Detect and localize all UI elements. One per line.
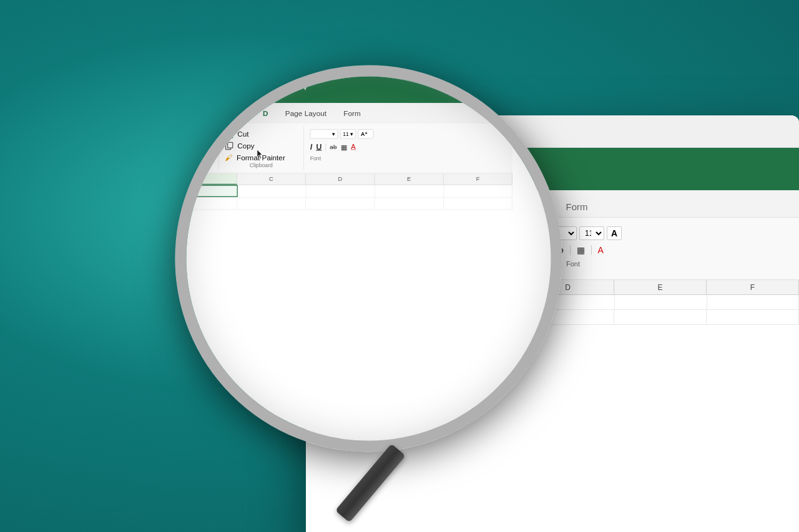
- font-row2: I U ab ▦ A: [521, 244, 625, 256]
- font-color-button[interactable]: A: [596, 244, 606, 256]
- col-header-e[interactable]: E: [614, 280, 707, 294]
- row-num-col-header: [306, 280, 337, 294]
- ribbon-tabs: File Home Insert D Page Layout Form: [306, 190, 799, 218]
- cell-e2[interactable]: [614, 310, 707, 324]
- tab-formulas[interactable]: Form: [554, 196, 599, 217]
- traffic-lights: [318, 127, 355, 136]
- sidebar-toggle[interactable]: ▾: [373, 125, 399, 138]
- font-separator3: [591, 245, 592, 255]
- paste-label: Paste: [373, 263, 391, 271]
- row-num-1: 1: [306, 295, 337, 309]
- tab-home[interactable]: Home: [356, 195, 404, 218]
- doc-title: Book1 - Saved: [410, 162, 492, 177]
- doc-dropdown[interactable]: ▾: [504, 162, 510, 176]
- svg-rect-2: [380, 131, 391, 132]
- svg-point-4: [422, 233, 426, 237]
- svg-rect-9: [424, 243, 431, 250]
- col-header-f[interactable]: F: [707, 280, 799, 294]
- table-row: 1: [306, 295, 799, 310]
- cell-f2[interactable]: [707, 310, 799, 324]
- excel-header: Excel Book1 - Saved ▾: [306, 148, 799, 190]
- scissors-icon: [421, 226, 432, 238]
- row-num-2: 2: [306, 310, 337, 324]
- undo-label: Undo: [329, 254, 345, 262]
- paste-dropdown[interactable]: Paste ▾: [373, 263, 396, 271]
- paste-chevron: ▾: [392, 263, 396, 271]
- clipboard-items: Cut Copy 🖌 Format Painter: [421, 226, 500, 268]
- svg-line-7: [426, 229, 429, 233]
- italic-button[interactable]: I: [521, 244, 528, 256]
- paste-button[interactable]: 📋: [369, 226, 400, 256]
- clipboard-label: Clipboard: [421, 270, 500, 278]
- copy-item[interactable]: Copy: [421, 241, 500, 253]
- excel-window: ▾ ‹ › Excel Book1 - Saved ▾ File Home In…: [306, 115, 799, 532]
- undo-button[interactable]: ↺: [323, 236, 335, 252]
- copy-label: Copy: [437, 242, 458, 252]
- nav-arrows: ‹ ›: [406, 126, 418, 137]
- tab-file[interactable]: File: [318, 195, 356, 218]
- table-row: 2: [306, 310, 799, 325]
- svg-rect-3: [380, 135, 391, 136]
- ribbon-section-paste: 📋 Paste ▾: [359, 221, 411, 276]
- col-header-c[interactable]: C: [429, 280, 522, 294]
- sidebar-icon: [373, 125, 391, 138]
- ribbon-section-undo: ↺ ↻ Undo: [316, 221, 359, 276]
- tab-page-layout[interactable]: Page Layout: [479, 196, 554, 217]
- minimize-button[interactable]: [332, 127, 341, 136]
- underline-button[interactable]: U: [532, 244, 543, 256]
- col-header-d[interactable]: D: [522, 280, 614, 294]
- cell-b1[interactable]: [337, 295, 431, 309]
- forward-arrow[interactable]: ›: [414, 126, 418, 137]
- title-bar: ▾ ‹ ›: [306, 115, 799, 148]
- cell-d1[interactable]: [523, 295, 615, 309]
- copy-icon: [421, 241, 432, 253]
- tab-draw[interactable]: D: [450, 195, 479, 218]
- back-arrow[interactable]: ‹: [406, 126, 409, 137]
- format-painter-icon: 🖌: [421, 256, 431, 268]
- font-separator: [547, 245, 547, 255]
- font-separator2: [570, 245, 571, 255]
- cell-f1[interactable]: [707, 295, 799, 309]
- cell-c2[interactable]: [429, 310, 522, 324]
- svg-rect-1: [380, 127, 391, 128]
- cut-item[interactable]: Cut: [421, 226, 500, 238]
- maximize-button[interactable]: [346, 127, 355, 136]
- title-bar-right: ▾ ‹ ›: [373, 125, 418, 138]
- grid-header: B C D E F: [306, 280, 799, 295]
- cell-b2[interactable]: [337, 310, 429, 324]
- font-row1: 11 A: [521, 226, 625, 240]
- undo-icons: ↺ ↻: [323, 236, 351, 252]
- svg-line-6: [424, 229, 426, 233]
- ribbon-section-font: 11 A I U ab ▦ A Font: [511, 221, 635, 276]
- cell-c1[interactable]: [431, 295, 522, 309]
- strikethrough-button[interactable]: ab: [551, 244, 566, 256]
- border-button[interactable]: ▦: [574, 244, 587, 256]
- font-family-select[interactable]: [521, 226, 577, 240]
- font-size-select[interactable]: 11: [579, 226, 604, 240]
- font-grow-button[interactable]: A: [607, 226, 622, 240]
- tab-insert[interactable]: Insert: [404, 195, 451, 218]
- svg-rect-0: [373, 125, 378, 138]
- cut-label: Cut: [437, 227, 451, 237]
- cell-d2[interactable]: [522, 310, 614, 324]
- redo-button[interactable]: ↻: [340, 236, 351, 252]
- dropdown-chevron: ▾: [395, 127, 399, 137]
- font-label: Font: [521, 260, 625, 268]
- ribbon-section-clipboard: Cut Copy 🖌 Format Painter Clipboard: [411, 221, 511, 276]
- col-header-b[interactable]: B: [337, 280, 429, 294]
- ribbon-content: ↺ ↻ Undo 📋 Paste ▾: [306, 218, 799, 280]
- svg-point-5: [427, 233, 431, 237]
- close-button[interactable]: [318, 127, 327, 136]
- spreadsheet-area: B C D E F 1 2: [306, 280, 799, 325]
- cell-e1[interactable]: [615, 295, 707, 309]
- app-name: Excel: [348, 159, 393, 179]
- format-painter-item[interactable]: 🖌 Format Painter: [421, 256, 500, 268]
- format-painter-label: Format Painter: [436, 257, 494, 267]
- app-grid-icon[interactable]: [318, 162, 333, 177]
